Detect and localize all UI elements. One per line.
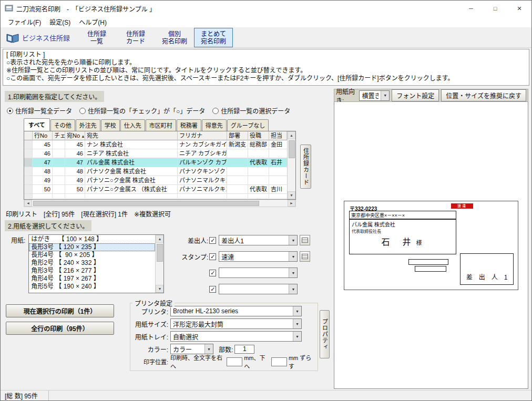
stamp-select[interactable]: 速達 (219, 251, 298, 262)
tab-municipality[interactable]: 市区町村 (146, 119, 176, 131)
table-row[interactable]: 45 45 ナン 株式会社 ナン カブシキガイシ 新潟支 総務部 金田 (24, 140, 287, 149)
scroll-right-icon[interactable] (288, 200, 295, 207)
scroll-down-icon[interactable] (156, 285, 163, 293)
extra-select-2[interactable] (219, 284, 298, 294)
maximize-button[interactable]: □ (483, 1, 507, 16)
col-dept[interactable]: 部署 (227, 131, 248, 140)
scrollbar-thumb[interactable] (289, 140, 295, 158)
window-title: 二刀流宛名印刷 - 「ビジネス住所録サンプル 」 (16, 4, 156, 13)
col-title[interactable]: 役職 (248, 131, 269, 140)
tab-outsourcer[interactable]: 外注先 (76, 119, 100, 131)
table-header-row: 行No チェ 宛No▲ 宛先 フリガナ 部署 役職 担当 (24, 131, 287, 140)
reset-position-button[interactable]: 位置・サイズを推奨に戻す (441, 89, 526, 101)
offset-down-input[interactable] (271, 357, 287, 366)
col-row-no[interactable]: 行No (33, 131, 53, 140)
tray-select[interactable]: 自動選択 (170, 331, 302, 342)
main-toolbar: ビジネス住所録 住所録 一覧 住所録 カード 個別 宛名印刷 まとめて 宛名印刷 (1, 28, 531, 48)
radio-all-data[interactable]: 住所録一覧全データ (7, 106, 72, 115)
tab-school[interactable]: 学校 (101, 119, 120, 131)
table-row-selected[interactable]: 47 47 パル金属 株式会社 パルキンゾク カブ 代表取 石井 (24, 158, 287, 167)
col-name[interactable]: 宛先 (85, 131, 178, 140)
address-card-button[interactable]: 住所録カード (300, 145, 311, 189)
print-all-button[interactable]: 全行の印刷（95件） (6, 322, 114, 335)
toolbar-button-batch-print[interactable]: まとめて 宛名印刷 (194, 28, 233, 47)
menu-file[interactable]: ファイル(F) (4, 16, 45, 27)
radio-selected-data[interactable]: 住所録一覧の選択データ (212, 106, 290, 115)
sender-checkbox[interactable] (209, 237, 216, 244)
toolbar-button-address-list[interactable]: 住所録 一覧 (77, 28, 116, 47)
tab-all[interactable]: すべて (24, 118, 50, 131)
tab-no-group[interactable]: グループなし (227, 119, 269, 131)
scrollbar-thumb[interactable] (33, 201, 259, 206)
paper-size-select[interactable]: 洋形定形最大封筒 (170, 318, 302, 329)
orientation-select[interactable]: 横置き (359, 90, 390, 101)
card-icon (302, 238, 308, 243)
toolbar-button-address-card[interactable]: 住所録 カード (116, 28, 155, 47)
sender-edit-icon-button[interactable] (300, 235, 310, 245)
tab-tax-office[interactable]: 税務署 (177, 119, 201, 131)
tab-customer[interactable]: 得意先 (202, 119, 227, 131)
paper-item[interactable]: 角形5号 【 190 × 240 】 (29, 283, 155, 291)
col-person[interactable]: 担当 (269, 131, 287, 140)
radio-icon (79, 108, 86, 114)
extra-select-1[interactable] (219, 268, 298, 278)
print-current-button[interactable]: 現在選択行の印刷（1件） (6, 304, 114, 317)
print-list-table: 行No チェ 宛No▲ 宛先 フリガナ 部署 役職 担当 45 (24, 131, 296, 200)
tray-label: 用紙トレイ: (131, 332, 168, 341)
color-select[interactable]: カラー (170, 344, 213, 354)
paper-item-selected[interactable]: 長形3号 【 120 × 235 】 (29, 243, 155, 251)
table-row[interactable]: 46 46 ニチア 株式会社 ニチア カブシキガイ (24, 149, 287, 158)
col-ate-no[interactable]: 宛No▲ (65, 131, 85, 140)
chevron-down-icon (289, 284, 297, 294)
copies-input[interactable]: 1 (234, 345, 254, 354)
printer-properties-button[interactable]: プロパティ (320, 310, 330, 358)
scroll-left-icon[interactable] (24, 200, 32, 207)
info-line: ※住所録一覧とこの印刷リストの並び順は、常に同じです。タイトルをクリックすると並… (6, 67, 526, 75)
table-row[interactable]: 48 48 パナソク金属 株式会社 パナソクキンゾク カ (24, 167, 287, 176)
sender-select[interactable]: 差出人1 (219, 235, 298, 245)
sort-ascending-icon: ▲ (81, 134, 85, 139)
paper-item[interactable]: 長形4号 【 90 × 205 】 (29, 251, 155, 259)
print-list-status: 印刷リスト [全行] 95件 [現在選択行] 1件 ※複数選択可 (6, 209, 331, 218)
extra-checkbox-1[interactable] (209, 270, 216, 276)
table-row[interactable]: 50 50 パナソニ○ク金属ス （株式会社 パナソニマルクキン 代表取 吉川 (24, 185, 287, 194)
col-check[interactable]: チェ (53, 131, 65, 140)
menubar: ファイル(F) 設定(S) ヘルプ(H) (1, 16, 531, 28)
extra-checkbox-2[interactable] (209, 286, 216, 293)
envelope-preview: 速達 〒332-0223 東京都中央区墨×－××－× パル金属 株式会社 代表取… (344, 201, 518, 290)
radio-checked-data[interactable]: 住所録一覧の「チェック」が「○」データ (79, 106, 205, 115)
font-settings-button[interactable]: フォント設定 (392, 89, 439, 101)
scroll-up-icon[interactable] (156, 235, 163, 243)
paper-item[interactable]: はがき 【 100 × 148 】 (29, 235, 155, 243)
menu-help[interactable]: ヘルプ(H) (75, 16, 111, 27)
offset-right-input[interactable] (227, 357, 242, 366)
col-kana[interactable]: フリガナ (178, 131, 227, 140)
paper-item[interactable]: 角形3号 【 216 × 277 】 (29, 267, 155, 275)
close-button[interactable]: ✕ (507, 1, 531, 16)
scroll-down-icon[interactable] (288, 191, 295, 199)
tab-other[interactable]: その他 (50, 119, 75, 131)
minimize-button[interactable]: ─ (459, 1, 483, 16)
recipient-name: 石 井様 (352, 235, 454, 248)
recipient-name-box: パル金属 株式会社 代表取締役社長 石 井様 (349, 219, 456, 254)
table-row[interactable]: 49 49 パナソニ○ク金属 株式会社 パナソニマルクキン (24, 176, 287, 185)
tab-supplier[interactable]: 仕入先 (120, 119, 145, 131)
stamp-checkbox[interactable] (209, 253, 216, 260)
menu-settings[interactable]: 設定(S) (45, 16, 75, 27)
stamp-edit-icon-button[interactable] (300, 251, 310, 262)
table-horizontal-scrollbar[interactable] (24, 200, 296, 207)
toolbar-button-individual-print[interactable]: 個別 宛名印刷 (155, 28, 194, 47)
printer-select[interactable]: Brother HL-2130 series (170, 306, 302, 316)
scrollbar-thumb[interactable] (157, 244, 163, 262)
paper-item[interactable]: 角形4号 【 197 × 267 】 (29, 275, 155, 283)
paper-item[interactable]: 角形2号 【 240 × 332 】 (29, 259, 155, 267)
scroll-up-icon[interactable] (288, 131, 295, 139)
bottom-section: 現在選択行の印刷（1件） 全行の印刷（95件） プリンタ設定 プリンタ: Bro… (4, 303, 331, 371)
paper-list-scrollbar[interactable] (155, 235, 163, 293)
print-preview-area: 速達 〒332-0223 東京都中央区墨×－××－× パル金属 株式会社 代表取… (334, 102, 528, 389)
info-box: [ 印刷リスト ] ○表示された宛先を先から順番に印刷します。 ※住所録一覧とこ… (3, 49, 529, 86)
radio-icon (7, 108, 13, 114)
app-window: 二刀流宛名印刷 - 「ビジネス住所録サンプル 」 ─ □ ✕ ファイル(F) 設… (0, 0, 532, 401)
color-label: カラー: (131, 345, 168, 354)
table-vertical-scrollbar[interactable] (287, 131, 295, 199)
